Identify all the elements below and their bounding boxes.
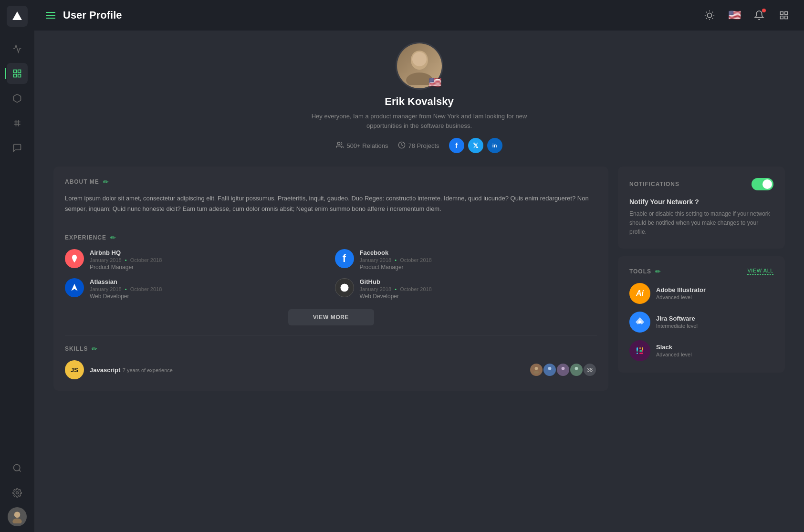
sidebar [0, 0, 34, 532]
svg-point-10 [707, 13, 711, 17]
notifications-title: NOTIFICATIONS [629, 181, 679, 188]
profile-bio: Hey everyone, Iam a product manager from… [300, 112, 539, 130]
atlassian-dates: January 2018 • October 2018 [90, 286, 162, 292]
facebook-button[interactable]: f [449, 138, 464, 153]
github-info: GitHub January 2018 • October 2018 Web D… [360, 278, 432, 300]
sidebar-item-dashboard[interactable] [7, 63, 28, 84]
exp-facebook: f Facebook January 2018 • October 2018 P… [335, 249, 597, 271]
skills-title: SKILLS [65, 345, 88, 352]
svg-point-6 [14, 465, 20, 471]
sun-icon[interactable] [701, 7, 718, 24]
facebook-logo: f [335, 249, 354, 268]
svg-point-30 [535, 367, 538, 370]
js-badge: JS [65, 360, 84, 379]
skill-experience: 7 years of experience [123, 367, 173, 373]
svg-rect-43 [639, 353, 643, 354]
endorser-2 [543, 363, 557, 377]
apps-icon[interactable] [775, 7, 793, 24]
tools-card: TOOLS ✏ VIEW ALL Ai Adobe Illustrator Ad… [618, 256, 785, 373]
svg-point-35 [561, 371, 566, 374]
svg-rect-39 [637, 353, 638, 354]
atlassian-info: Atlassian January 2018 • October 2018 We… [90, 278, 162, 300]
exp-atlassian: Atlassian January 2018 • October 2018 We… [65, 278, 327, 300]
svg-rect-22 [781, 16, 783, 19]
svg-rect-4 [14, 74, 17, 77]
svg-point-8 [14, 512, 21, 518]
svg-rect-41 [637, 350, 638, 352]
view-all-link[interactable]: VIEW ALL [747, 268, 773, 275]
people-icon [336, 141, 344, 150]
experience-title: EXPERIENCE [65, 234, 106, 241]
exp-airbnb: Airbnb HQ January 2018 • October 2018 Pr… [65, 249, 327, 271]
notifications-toggle[interactable] [752, 178, 773, 190]
about-card: ABOUT ME ✏ Lorem ipsum dolor sit amet, c… [53, 167, 608, 391]
relations-count: 500+ Relations [346, 142, 388, 149]
airbnb-dates: January 2018 • October 2018 [90, 257, 162, 263]
svg-point-36 [575, 367, 578, 370]
notifications-header: NOTIFICATIONS [629, 178, 773, 190]
sidebar-logo[interactable] [7, 6, 28, 27]
flag-icon[interactable]: 🇺🇸 [726, 7, 743, 24]
svg-point-7 [16, 492, 19, 494]
notify-network-desc: Enable or disable this setting to manage… [629, 209, 773, 237]
illustrator-info: Adobe Illustrator Advanced level [656, 286, 706, 300]
tools-edit-icon[interactable]: ✏ [655, 268, 661, 275]
divider-1 [65, 224, 597, 224]
svg-rect-20 [785, 12, 788, 15]
relations-stat: 500+ Relations [336, 141, 388, 150]
left-column: ABOUT ME ✏ Lorem ipsum dolor sit amet, c… [53, 167, 608, 398]
svg-point-26 [338, 142, 340, 145]
sidebar-user-avatar[interactable] [8, 507, 27, 526]
projects-stat: 78 Projects [398, 141, 439, 150]
linkedin-button[interactable]: in [487, 138, 502, 153]
svg-point-32 [548, 367, 552, 370]
svg-line-17 [706, 18, 707, 19]
skill-endorsers: 38 [529, 363, 597, 377]
endorser-4 [569, 363, 584, 377]
svg-line-18 [712, 12, 713, 12]
profile-header: 🇺🇸 Erik Kovalsky Hey everyone, Iam a pro… [53, 42, 785, 153]
experience-edit-icon[interactable]: ✏ [110, 234, 116, 241]
svg-point-37 [574, 371, 579, 374]
svg-rect-5 [16, 122, 19, 125]
slack-logo [629, 340, 650, 361]
experience-card-header: EXPERIENCE ✏ [65, 234, 597, 241]
facebook-company: Facebook [360, 249, 432, 256]
sidebar-item-settings[interactable] [7, 482, 28, 503]
illustrator-name: Adobe Illustrator [656, 286, 706, 293]
header-actions: 🇺🇸 [701, 7, 793, 24]
about-title: ABOUT ME [65, 178, 99, 185]
sidebar-item-cube[interactable] [7, 88, 28, 109]
tool-jira: Jira Software Intermediate level [629, 312, 773, 333]
notification-dot [762, 9, 766, 12]
skills-edit-icon[interactable]: ✏ [92, 345, 97, 353]
view-more-button[interactable]: VIEW MORE [288, 309, 374, 325]
sidebar-item-activity[interactable] [7, 38, 28, 59]
svg-rect-3 [18, 74, 21, 77]
atlassian-logo [65, 278, 84, 297]
right-column: NOTIFICATIONS Notify Your Network ? Enab… [618, 167, 785, 398]
svg-marker-28 [71, 284, 77, 291]
github-logo [335, 278, 354, 297]
slack-level: Advanced level [656, 352, 692, 357]
content-area: 🇺🇸 Erik Kovalsky Hey everyone, Iam a pro… [34, 31, 804, 532]
jira-logo [629, 312, 650, 333]
bell-icon[interactable] [751, 7, 768, 24]
about-edit-icon[interactable]: ✏ [103, 178, 109, 186]
svg-rect-21 [785, 16, 788, 19]
slack-info: Slack Advanced level [656, 344, 692, 357]
sidebar-item-chat[interactable] [7, 137, 28, 158]
airbnb-company: Airbnb HQ [90, 249, 162, 256]
twitter-button[interactable]: 𝕏 [468, 138, 483, 153]
notifications-card: NOTIFICATIONS Notify Your Network ? Enab… [618, 167, 785, 249]
svg-point-34 [562, 367, 565, 370]
skill-name: Javascript [90, 366, 120, 374]
two-col-layout: ABOUT ME ✏ Lorem ipsum dolor sit amet, c… [53, 167, 785, 398]
skill-javascript: JS Javascript 7 years of experience [65, 360, 597, 379]
airbnb-role: Product Manager [90, 264, 162, 271]
menu-icon[interactable] [46, 12, 55, 19]
experience-grid: Airbnb HQ January 2018 • October 2018 Pr… [65, 249, 597, 300]
notify-network-title: Notify Your Network ? [629, 198, 773, 206]
sidebar-item-chip[interactable] [7, 113, 28, 134]
sidebar-item-search[interactable] [7, 458, 28, 479]
